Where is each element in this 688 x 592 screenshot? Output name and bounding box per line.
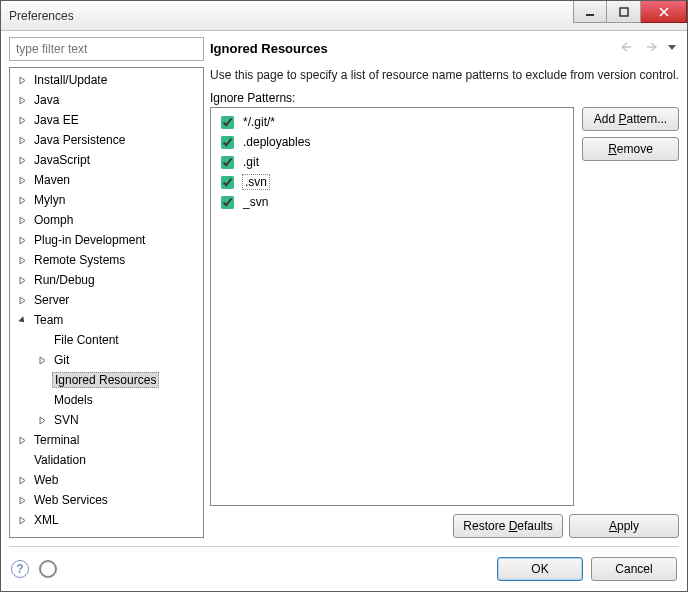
list-item[interactable]: .git: [215, 152, 569, 172]
chevron-right-icon[interactable]: [36, 414, 48, 426]
tree-item[interactable]: Install/Update: [10, 70, 203, 90]
separator: [9, 546, 679, 547]
tree-item[interactable]: Java: [10, 90, 203, 110]
chevron-right-icon[interactable]: [16, 514, 28, 526]
pattern-buttons: Add Pattern... Remove: [582, 107, 679, 506]
tree-item-label: SVN: [52, 412, 81, 428]
tree-item-label: Install/Update: [32, 72, 109, 88]
page-title: Ignored Resources: [210, 41, 621, 56]
chevron-right-icon[interactable]: [16, 134, 28, 146]
chevron-down-icon[interactable]: [16, 314, 28, 326]
tree-item[interactable]: Git: [10, 350, 203, 370]
pattern-checkbox[interactable]: [221, 136, 234, 149]
tree-item[interactable]: Ignored Resources: [10, 370, 203, 390]
help-icon[interactable]: ?: [11, 560, 29, 578]
tree-item[interactable]: Remote Systems: [10, 250, 203, 270]
close-button[interactable]: [641, 1, 687, 23]
page-description: Use this page to specify a list of resou…: [210, 67, 679, 83]
tree-item-label: Mylyn: [32, 192, 67, 208]
window-buttons: [573, 1, 687, 30]
ok-button[interactable]: OK: [497, 557, 583, 581]
add-pattern-button[interactable]: Add Pattern...: [582, 107, 679, 131]
chevron-right-icon[interactable]: [16, 434, 28, 446]
list-item[interactable]: .deployables: [215, 132, 569, 152]
content-area: Install/UpdateJavaJava EEJava Persistenc…: [9, 37, 679, 538]
tree-item-label: Plug-in Development: [32, 232, 147, 248]
tree-item-label: Models: [52, 392, 95, 408]
right-column: Ignored Resources Use this page to speci…: [210, 37, 679, 538]
chevron-right-icon[interactable]: [16, 194, 28, 206]
minimize-button[interactable]: [573, 1, 607, 23]
preferences-window: Preferences Install/UpdateJavaJava EEJav…: [0, 0, 688, 592]
ignore-patterns-list[interactable]: */.git/*.deployables.git.svn_svn: [210, 107, 574, 506]
list-item[interactable]: */.git/*: [215, 112, 569, 132]
tree-item[interactable]: Maven: [10, 170, 203, 190]
tree-item[interactable]: Terminal: [10, 430, 203, 450]
page-nav-icons: [621, 41, 679, 56]
tree-item-label: Remote Systems: [32, 252, 127, 268]
pattern-checkbox[interactable]: [221, 116, 234, 129]
chevron-right-icon[interactable]: [16, 174, 28, 186]
remove-button[interactable]: Remove: [582, 137, 679, 161]
chevron-right-icon[interactable]: [16, 74, 28, 86]
svg-rect-0: [586, 14, 594, 16]
back-icon[interactable]: [621, 41, 635, 56]
tree-item[interactable]: JavaScript: [10, 150, 203, 170]
tree-item[interactable]: Plug-in Development: [10, 230, 203, 250]
page-header: Ignored Resources: [210, 37, 679, 59]
tree-item[interactable]: Run/Debug: [10, 270, 203, 290]
pattern-text: .git: [243, 155, 259, 169]
chevron-right-icon[interactable]: [16, 154, 28, 166]
left-column: Install/UpdateJavaJava EEJava Persistenc…: [9, 37, 204, 538]
maximize-button[interactable]: [607, 1, 641, 23]
preferences-tree[interactable]: Install/UpdateJavaJava EEJava Persistenc…: [10, 68, 203, 537]
forward-icon[interactable]: [643, 41, 657, 56]
tree-item[interactable]: Server: [10, 290, 203, 310]
chevron-right-icon[interactable]: [16, 94, 28, 106]
chevron-right-icon[interactable]: [16, 214, 28, 226]
pattern-checkbox[interactable]: [221, 196, 234, 209]
pattern-checkbox[interactable]: [221, 176, 234, 189]
tree-item-label: File Content: [52, 332, 121, 348]
tree-item[interactable]: Team: [10, 310, 203, 330]
list-item[interactable]: .svn: [215, 172, 569, 192]
apply-button[interactable]: Apply: [569, 514, 679, 538]
tree-item-label: Git: [52, 352, 71, 368]
chevron-right-icon[interactable]: [16, 494, 28, 506]
view-menu-icon[interactable]: [665, 41, 679, 56]
filter-input[interactable]: [9, 37, 204, 61]
chevron-right-icon[interactable]: [16, 274, 28, 286]
tree-item[interactable]: Java EE: [10, 110, 203, 130]
tree-item[interactable]: XML: [10, 510, 203, 530]
tree-item[interactable]: Models: [10, 390, 203, 410]
titlebar: Preferences: [1, 1, 687, 31]
tree-item-label: XML: [32, 512, 61, 528]
ignore-patterns-label: Ignore Patterns:: [210, 91, 679, 105]
restore-defaults-button[interactable]: Restore Defaults: [453, 514, 563, 538]
tree-item-label: Team: [32, 312, 65, 328]
tree-item-label: Java EE: [32, 112, 81, 128]
list-item[interactable]: _svn: [215, 192, 569, 212]
tree-item-label: Validation: [32, 452, 88, 468]
chevron-right-icon[interactable]: [16, 114, 28, 126]
tree-item[interactable]: Web: [10, 470, 203, 490]
pattern-text: .svn: [243, 175, 269, 189]
tree-item[interactable]: Web Services: [10, 490, 203, 510]
pattern-checkbox[interactable]: [221, 156, 234, 169]
pattern-text: _svn: [243, 195, 268, 209]
tree-item-label: Java: [32, 92, 61, 108]
cancel-button[interactable]: Cancel: [591, 557, 677, 581]
pattern-text: .deployables: [243, 135, 310, 149]
chevron-right-icon[interactable]: [16, 294, 28, 306]
tree-item[interactable]: Validation: [10, 450, 203, 470]
tree-item[interactable]: File Content: [10, 330, 203, 350]
tree-item[interactable]: Java Persistence: [10, 130, 203, 150]
chevron-right-icon[interactable]: [36, 354, 48, 366]
tree-item[interactable]: Mylyn: [10, 190, 203, 210]
tree-item[interactable]: SVN: [10, 410, 203, 430]
chevron-right-icon[interactable]: [16, 234, 28, 246]
chevron-right-icon[interactable]: [16, 474, 28, 486]
tree-item[interactable]: Oomph: [10, 210, 203, 230]
chevron-right-icon[interactable]: [16, 254, 28, 266]
svg-rect-1: [620, 8, 628, 16]
